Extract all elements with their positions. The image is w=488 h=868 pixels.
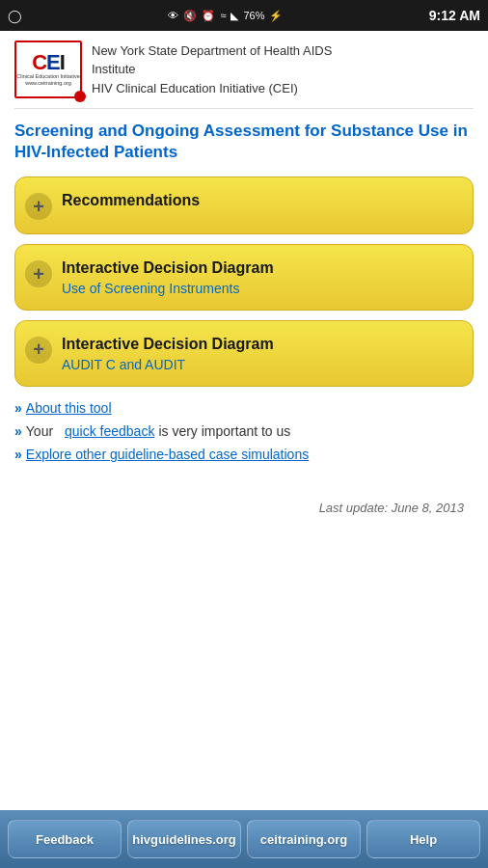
battery-pct: 76%	[243, 10, 264, 21]
wifi-icon: ≈	[220, 10, 226, 21]
expand-icon-3: +	[25, 337, 52, 364]
card-1-text: Recommendations	[62, 191, 200, 211]
help-button[interactable]: Help	[366, 820, 480, 858]
about-link-row: » About this tool	[14, 400, 474, 416]
feedback-link-row: » Your quick feedback is very important …	[14, 423, 474, 439]
logo-text: CEI	[32, 52, 65, 73]
alarm-icon: ⏰	[202, 10, 215, 22]
logo-subtext: Clinical Education Initiativewww.ceitrai…	[16, 73, 79, 87]
app-header: CEI Clinical Education Initiativewww.cei…	[14, 41, 474, 109]
bullet-2: »	[14, 423, 22, 439]
status-bar: ◯ 👁 🔇 ⏰ ≈ ◣ 76% ⚡ 9:12 AM	[0, 0, 488, 31]
expand-icon-2: +	[25, 260, 52, 287]
org-text: New York State Department of Health AIDS…	[92, 41, 332, 98]
hivguidelines-button[interactable]: hivguidelines.org	[127, 820, 241, 858]
mute-icon: 🔇	[183, 10, 197, 22]
status-left: ◯	[8, 9, 22, 23]
signal-icon: ◣	[230, 10, 238, 22]
feedback-button[interactable]: Feedback	[8, 820, 122, 858]
main-content: CEI Clinical Education Initiativewww.cei…	[0, 31, 488, 810]
bullet-3: »	[14, 447, 22, 462]
card-3-title: Interactive Decision Diagram	[62, 335, 274, 355]
feedback-prefix: Your	[26, 423, 53, 439]
last-update: Last update: June 8, 2013	[14, 501, 474, 515]
org-line3: HIV Clinical Education Initiative (CEI)	[92, 79, 332, 98]
expand-icon-1: +	[25, 193, 52, 220]
eye-icon: 👁	[168, 10, 178, 21]
status-icons: 👁 🔇 ⏰ ≈ ◣ 76% ⚡	[168, 10, 283, 22]
card-3-text: Interactive Decision Diagram AUDIT C and…	[62, 335, 274, 372]
card-1-title: Recommendations	[62, 191, 200, 211]
card-screening[interactable]: + Interactive Decision Diagram Use of Sc…	[14, 244, 474, 311]
card-2-title: Interactive Decision Diagram	[62, 258, 274, 279]
ceitraining-button[interactable]: ceitraining.org	[247, 820, 361, 858]
card-3-subtitle: AUDIT C and AUDIT	[62, 357, 274, 372]
card-audit[interactable]: + Interactive Decision Diagram AUDIT C a…	[14, 320, 474, 387]
explore-link-row: » Explore other guideline-based case sim…	[14, 447, 474, 462]
feedback-suffix: is very important to us	[158, 423, 290, 439]
status-time: 9:12 AM	[429, 8, 480, 23]
card-recommendations[interactable]: + Recommendations	[14, 176, 474, 234]
logo: CEI Clinical Education Initiativewww.cei…	[14, 41, 82, 98]
explore-link[interactable]: Explore other guideline-based case simul…	[26, 447, 309, 462]
location-icon: ◯	[8, 9, 22, 23]
org-line1: New York State Department of Health AIDS	[92, 41, 332, 61]
battery-icon: ⚡	[269, 10, 283, 22]
about-link[interactable]: About this tool	[26, 400, 112, 416]
bullet-1: »	[14, 400, 22, 416]
feedback-link[interactable]: quick feedback	[65, 423, 154, 439]
links-section: » About this tool » Your quick feedback …	[14, 400, 474, 462]
page-title: Screening and Ongoing Assessment for Sub…	[14, 121, 474, 163]
bottom-toolbar: Feedback hivguidelines.org ceitraining.o…	[0, 810, 488, 868]
logo-circle-decoration	[74, 91, 86, 102]
card-2-text: Interactive Decision Diagram Use of Scre…	[62, 258, 274, 296]
card-2-subtitle: Use of Screening Instruments	[62, 281, 274, 296]
org-line2: Institute	[92, 60, 332, 79]
